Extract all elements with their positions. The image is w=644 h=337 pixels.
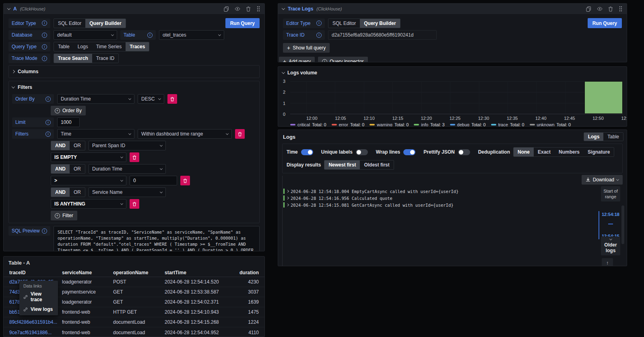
legend-item[interactable]: infoTotal: 3	[414, 122, 444, 127]
eye-icon[interactable]	[235, 6, 240, 12]
info-icon[interactable]: i	[42, 21, 47, 26]
query-inspector-button[interactable]: iQuery inspector	[318, 57, 368, 62]
info-icon[interactable]: i	[147, 33, 153, 38]
view-logs-menu-item[interactable]: View logs	[19, 304, 58, 314]
option-trace-id[interactable]: Trace ID	[92, 54, 119, 63]
option-none[interactable]: None	[514, 148, 534, 156]
show-full-query-button[interactable]: +Show full query	[283, 43, 330, 53]
info-icon[interactable]: i	[42, 56, 47, 61]
column-header[interactable]: startTime	[165, 270, 229, 275]
option-sql-editor[interactable]: SQL Editor	[54, 19, 85, 28]
info-icon[interactable]: i	[42, 33, 47, 38]
run-query-button[interactable]: Run Query	[588, 18, 622, 28]
add-order-by-button[interactable]: +Order By	[51, 106, 86, 115]
trash-icon[interactable]	[246, 6, 251, 12]
option-newest-first[interactable]: Newest first	[324, 160, 360, 169]
run-query-button[interactable]: Run Query	[225, 18, 260, 28]
view-trace-menu-item[interactable]: View trace	[19, 289, 58, 304]
trace-id-input[interactable]: d2a7155ef6a928a05680e5ff6190241d	[328, 30, 437, 40]
option-table[interactable]: Table	[603, 133, 623, 141]
order-by-field-select[interactable]: Duration Time	[57, 94, 134, 104]
info-icon[interactable]: i	[316, 33, 322, 38]
legend-item[interactable]: errorTotal: 0	[332, 122, 365, 127]
remove-condition-button[interactable]	[130, 199, 139, 209]
download-button[interactable]: Download	[582, 175, 623, 185]
log-row[interactable]: 2024-06-28 12:54:15.081 GetCartAsync cal…	[283, 201, 623, 208]
order-by-direction-select[interactable]: DESC	[138, 94, 164, 104]
scroll-to-top-button[interactable]: ↑	[602, 258, 613, 266]
expand-chevron-icon[interactable]	[286, 197, 289, 199]
option-traces[interactable]: Traces	[126, 42, 149, 51]
info-icon[interactable]: i	[316, 21, 322, 26]
database-select[interactable]: default	[54, 30, 117, 40]
drag-handle-icon[interactable]	[256, 6, 260, 12]
remove-condition-button[interactable]	[130, 152, 139, 162]
remove-filter-button[interactable]	[235, 129, 245, 139]
column-header[interactable]: operationName	[113, 270, 165, 275]
condition-value-input[interactable]: 0	[130, 176, 177, 185]
option-table[interactable]: Table	[54, 42, 74, 51]
log-range-minimap[interactable]: 12:54:18 12:54:15	[599, 211, 620, 239]
remove-condition-button[interactable]	[180, 176, 190, 185]
add-filter-button[interactable]: +Filter	[51, 211, 77, 220]
expand-chevron-icon[interactable]	[286, 190, 289, 193]
option-and[interactable]: AND	[51, 141, 70, 150]
filter-field-select[interactable]: Time	[57, 129, 134, 139]
scrollbar[interactable]	[621, 205, 624, 244]
filters-section-header[interactable]: Filters	[12, 84, 256, 91]
condition-field-select[interactable]: Parent Span ID	[89, 141, 166, 150]
logs-volume-bar[interactable]	[584, 81, 623, 114]
trash-icon[interactable]	[608, 6, 613, 12]
info-icon[interactable]: i	[45, 132, 51, 137]
duplicate-icon[interactable]	[586, 6, 591, 12]
add-query-button[interactable]: +Add query	[279, 57, 315, 62]
wrap-lines-toggle[interactable]	[403, 149, 415, 155]
legend-item[interactable]: unknownTotal: 0	[530, 122, 571, 127]
option-query-builder[interactable]: Query Builder	[360, 19, 400, 28]
condition-field-select[interactable]: Duration Time	[89, 164, 166, 174]
option-signature[interactable]: Signature	[584, 148, 614, 156]
option-or[interactable]: OR	[70, 164, 85, 173]
option-exact[interactable]: Exact	[534, 148, 555, 156]
info-icon[interactable]: i	[42, 44, 47, 49]
option-logs[interactable]: Logs	[584, 133, 604, 141]
legend-item[interactable]: debugTotal: 0	[450, 122, 486, 127]
time-toggle[interactable]	[301, 149, 313, 155]
columns-section-header[interactable]: Columns	[12, 68, 256, 75]
info-icon[interactable]: i	[45, 97, 51, 102]
condition-field-select[interactable]: Service Name	[89, 187, 166, 197]
limit-input[interactable]: 1000	[57, 117, 80, 127]
option-oldest-first[interactable]: Oldest first	[360, 160, 393, 169]
panel-title[interactable]: A	[13, 6, 17, 12]
trace-id-link[interactable]: 9ce7acf61941886...	[9, 330, 62, 335]
column-header[interactable]: traceID	[9, 270, 62, 275]
table-select[interactable]: otel_traces	[159, 30, 224, 40]
legend-item[interactable]: warningTotal: 0	[369, 122, 409, 127]
drag-handle-icon[interactable]	[619, 6, 623, 12]
log-row[interactable]: 2024-06-28 12:54:16.956 Calculated quote	[283, 195, 623, 201]
option-trace-search[interactable]: Trace Search	[54, 54, 92, 63]
panel-title[interactable]: Trace Logs	[288, 6, 313, 12]
option-sql-editor[interactable]: SQL Editor	[328, 19, 360, 28]
collapse-chevron-icon[interactable]	[282, 6, 285, 10]
legend-item[interactable]: criticalTotal: 0	[290, 122, 326, 127]
info-icon[interactable]: i	[42, 228, 47, 234]
option-numbers[interactable]: Numbers	[555, 148, 584, 156]
duplicate-icon[interactable]	[224, 6, 229, 12]
option-time-series[interactable]: Time Series	[92, 42, 126, 51]
logs-volume-header[interactable]: Logs volume	[278, 67, 627, 76]
option-and[interactable]: AND	[51, 164, 70, 173]
option-or[interactable]: OR	[70, 141, 85, 150]
older-logs-button[interactable]: Older logs	[601, 236, 620, 255]
prettify-json-toggle[interactable]	[458, 149, 470, 155]
condition-operator-select[interactable]: >	[51, 176, 126, 185]
option-or[interactable]: OR	[70, 188, 85, 197]
option-and[interactable]: AND	[51, 188, 70, 197]
condition-operator-select[interactable]: IS ANYTHING	[51, 199, 126, 209]
legend-item[interactable]: traceTotal: 0	[491, 122, 524, 127]
expand-chevron-icon[interactable]	[286, 203, 289, 206]
column-header[interactable]: duration	[229, 270, 259, 275]
filter-time-range-select[interactable]: Within dashboard time range	[138, 129, 232, 139]
column-header[interactable]: serviceName	[62, 270, 113, 275]
eye-icon[interactable]	[597, 6, 603, 12]
